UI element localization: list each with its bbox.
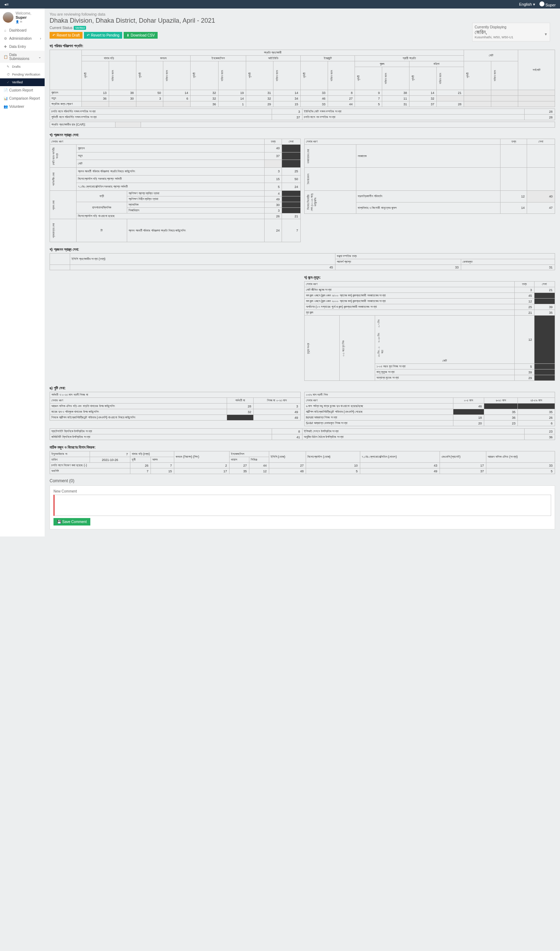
revert-draft-button[interactable]: ↶ Revert to Draft xyxy=(49,32,83,39)
status-label: Current Status xyxy=(49,26,72,30)
status-badge: Verified xyxy=(74,26,86,30)
table-nutrition-left: গর্ভবতী ও ০-২৩ মাস বয়সী শিশুর মা সেবার … xyxy=(49,392,301,420)
section-e-title: মাঠিক মজুদ ও বিতরণের হিসাব বিষয়ক: xyxy=(49,445,555,449)
nav-dataentry[interactable]: ✚Data Entry xyxy=(0,43,45,51)
section-a-title: ক) পরিবার পরিকল্পনা পদ্ধতি: xyxy=(49,43,555,48)
language-dropdown[interactable]: English ▾ xyxy=(519,2,535,7)
table-attendance: স্যাটেলাইট ক্লিনিকে উপস্থিতির সংখ্যা8ইপি… xyxy=(49,428,555,440)
cd-loc: Kusumhathi, W50, W50-U1 xyxy=(475,36,513,39)
nav-verified[interactable]: ✓Verified xyxy=(0,78,45,86)
user-box: Welcome, Super 👤 ✉ xyxy=(0,9,45,26)
sidebar: Welcome, Super 👤 ✉ ⌂Dashboard ⚙Administr… xyxy=(0,9,45,536)
section-b-title: খ) প্রজনন স্বাস্থ্য সেবা: xyxy=(49,133,555,137)
table-family-planning: পদ্ধতি গ্রহণকারী মোট সর্বমোট খাবার বড়িক… xyxy=(49,49,555,107)
section-d-title: ঙ) পুষ্টি সেবা: xyxy=(49,386,555,391)
cd-label: Currently Displaying xyxy=(475,25,548,29)
table-ecp-infertile: ইসিপি গ্রহণকারীর সংখ্যা (তথ্য)বন্ধ্যা দম… xyxy=(49,253,555,270)
nav-custom[interactable]: 📄Custom Report xyxy=(0,86,45,94)
save-comment-button[interactable]: 💾 Save Comment xyxy=(54,518,90,525)
topbar: ◂≡ English ▾ Super xyxy=(0,0,560,9)
nav-admin[interactable]: ⚙Administration› xyxy=(0,34,45,43)
download-csv-button[interactable]: ⬇ Download CSV xyxy=(124,32,158,39)
revert-pending-button[interactable]: ↶ Revert to Pending xyxy=(84,32,122,39)
avatar xyxy=(3,12,14,23)
cd-name: জেরিন, xyxy=(475,29,513,36)
user-icons[interactable]: 👤 ✉ xyxy=(15,20,31,23)
table-repro-left: সেবার ধরণতথ্যসেবা চলতি মাসে গর্ভবতীর সংখ… xyxy=(49,139,301,242)
welcome-label: Welcome, xyxy=(15,11,31,15)
table-repro-right: সেবার ধরণতথ্যসেবা নবজাতকের সেবানবজাতক কৈ… xyxy=(304,139,555,214)
section-b2-title: খ) প্রজনন স্বাস্থ্য সেবা: xyxy=(49,247,555,252)
nav-volunteer[interactable]: 👥Volunteer xyxy=(0,102,45,111)
user-menu[interactable]: Super xyxy=(540,2,556,7)
main-content: You are reviewing following data Dhaka D… xyxy=(45,9,560,536)
comment-textarea[interactable] xyxy=(54,495,551,516)
table-stock: ইস্যুভাউচার নং7 খাবার বড়ি (চক্র) কনডম (… xyxy=(49,451,555,474)
menu-toggle-icon[interactable]: ◂≡ xyxy=(4,2,9,7)
nav-datasub[interactable]: 📋Data Submissions⌄ xyxy=(0,51,45,63)
comment-section: Comment (0) New Comment 💾 Save Comment xyxy=(49,479,555,530)
table-nutrition-right: ০-৫৯ মাস বয়সী শিশু সেবার ধরণ০-৫ মাস৬-২৩… xyxy=(304,392,555,426)
table-car: পদ্ধতি গ্রহণকারীর হার (CAR): xyxy=(49,122,555,128)
nav-pending[interactable]: ⏱Pending Verification xyxy=(0,71,45,78)
current-display-card[interactable]: Currently Displaying জেরিন, Kusumhathi, … xyxy=(472,23,550,42)
nav-drafts[interactable]: ✎Drafts xyxy=(0,63,45,71)
comment-header: Comment (0) xyxy=(49,479,555,483)
nav-dashboard[interactable]: ⌂Dashboard xyxy=(0,26,45,34)
table-birth-death: সেবার ধরণতথ্যসেবা মোট জীবিত জন্মের সংখ্য… xyxy=(304,281,555,381)
user-name: Super xyxy=(15,15,31,20)
section-c-title: ঘ) জন্ম-মৃত্যু: xyxy=(304,275,555,280)
chevron-down-icon[interactable]: ▼ xyxy=(544,32,548,36)
nav-compare[interactable]: 📊Comparison Report xyxy=(0,94,45,102)
table-couple-summary: চলতি মাসে পরিদর্শিত সক্ষম দম্পতির সংখ্যা… xyxy=(49,108,555,120)
review-label: You are reviewing following data xyxy=(49,12,555,16)
new-comment-label: New Comment xyxy=(54,489,551,493)
